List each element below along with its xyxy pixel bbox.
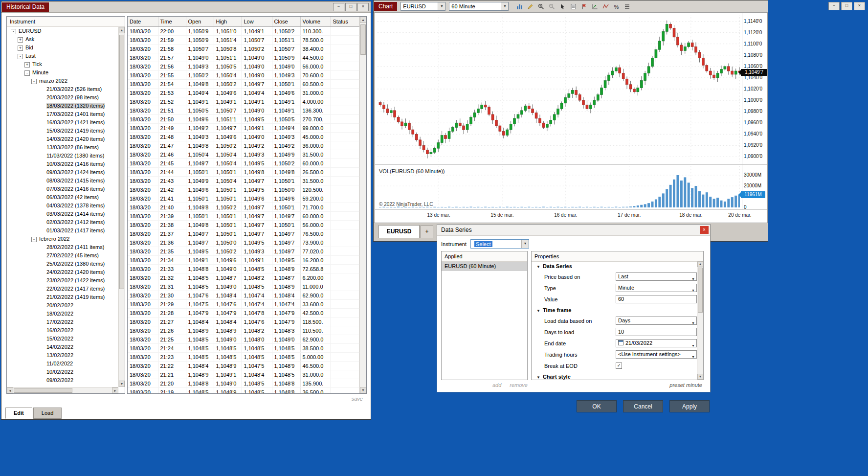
table-row[interactable]: 18/03/2021:311,1048'51,1049'01,1048'51,1… — [128, 282, 359, 291]
table-row[interactable]: 18/03/2021:281,1047'91,1047'91,1047'81,1… — [128, 309, 359, 317]
table-row[interactable]: 18/03/2021:351,1049'51,1050'21,1049'31,1… — [128, 247, 359, 256]
minimize-button[interactable]: − — [828, 2, 840, 10]
tree-item[interactable]: 13/02/2022 — [7, 351, 118, 360]
table-row[interactable]: 18/03/2021:341,1049'11,1049'61,1049'11,1… — [128, 256, 359, 265]
scroll-down-icon[interactable]: ▼ — [697, 374, 703, 380]
chevron-down-icon[interactable]: ▼ — [691, 319, 695, 325]
tree-item[interactable]: 09/02/2022 — [7, 376, 118, 385]
load-data-based-on-selector[interactable]: Days▼ — [616, 317, 697, 325]
close-button[interactable]: × — [357, 3, 369, 11]
preset-link[interactable]: preset minute — [669, 382, 702, 388]
tree-item[interactable]: 18/02/2022 — [7, 310, 118, 318]
tree-item[interactable]: -marzo 2022 — [7, 77, 118, 85]
table-row[interactable]: 18/03/2021:271,1048'41,1048'41,1047'61,1… — [128, 317, 359, 326]
tree-item[interactable]: -Minute — [7, 68, 118, 77]
scroll-down-icon[interactable]: ▼ — [119, 381, 125, 387]
collapse-icon[interactable]: - — [24, 70, 30, 76]
trading-hours-selector[interactable]: <Use instrument settings>▼ — [616, 350, 697, 359]
tree-item[interactable]: -febrero 2022 — [7, 235, 118, 243]
tree-item[interactable]: 27/02/2022 (45 items) — [7, 251, 118, 260]
table-row[interactable]: 18/03/2021:301,1047'61,1048'41,1047'41,1… — [128, 291, 359, 300]
tree-item[interactable]: 15/02/2022 — [7, 335, 118, 343]
tree-item[interactable]: 21/03/2022 (526 items) — [7, 85, 118, 93]
dialog-instrument-selector[interactable]: Select ▼ — [470, 239, 529, 249]
chevron-down-icon[interactable]: ▼ — [521, 240, 529, 248]
tree-item[interactable]: +Bid — [7, 44, 118, 52]
tree-item[interactable]: 09/03/2022 (1424 items) — [7, 168, 118, 177]
instrument-selector[interactable]: EURUSD ▼ — [401, 2, 445, 11]
table-row[interactable]: 18/03/2021:251,1048'51,1049'01,1048'01,1… — [128, 335, 359, 344]
zigzag-icon[interactable] — [601, 2, 610, 11]
tree-item[interactable]: 07/03/2022 (1416 items) — [7, 185, 118, 193]
price-pane[interactable] — [377, 16, 740, 162]
tree-item[interactable]: 11/02/2022 — [7, 360, 118, 368]
tree-item[interactable]: +Ask — [7, 35, 118, 44]
collapse-icon[interactable]: ▼ — [536, 309, 540, 313]
table-row[interactable]: 18/03/2021:231,1048'51,1048'51,1048'51,1… — [128, 353, 359, 362]
tree-item[interactable]: 06/03/2022 (42 items) — [7, 193, 118, 202]
scroll-right-icon[interactable]: ► — [112, 387, 118, 393]
column-header-high[interactable]: High — [214, 17, 242, 27]
chevron-down-icon[interactable]: ▼ — [501, 2, 508, 10]
tree-item[interactable]: -Last — [7, 52, 118, 60]
tree-item[interactable]: 20/02/2022 — [7, 301, 118, 310]
chart-trader-icon[interactable] — [590, 2, 599, 11]
price-axis[interactable]: 1,1140'01,1120'01,1100'01,1080'01,1060'0… — [743, 16, 768, 162]
tree-item[interactable]: 22/02/2022 (1417 items) — [7, 285, 118, 293]
table-row[interactable]: 18/03/2021:511,1050'51,1050'71,1049'01,1… — [128, 106, 359, 115]
table-row[interactable]: 18/03/2021:291,1047'51,1047'61,1047'41,1… — [128, 300, 359, 309]
table-row[interactable]: 18/03/2021:561,1049'31,1050'51,1049'01,1… — [128, 62, 359, 71]
value-field[interactable]: 60 — [616, 295, 697, 303]
tree-item[interactable]: 10/02/2022 — [7, 368, 118, 376]
tree-item[interactable]: +Tick — [7, 60, 118, 68]
collapse-icon[interactable]: ▼ — [536, 375, 540, 380]
table-row[interactable]: 18/03/2021:211,1048'91,1049'11,1048'41,1… — [128, 370, 359, 379]
tree-item[interactable]: 03/03/2022 (1414 items) — [7, 210, 118, 218]
chevron-down-icon[interactable]: ▼ — [691, 353, 695, 359]
collapse-icon[interactable]: - — [18, 54, 23, 59]
tree-item[interactable]: 16/03/2022 (1421 items) — [7, 118, 118, 127]
tree-item[interactable]: 14/02/2022 — [7, 343, 118, 351]
table-row[interactable]: 18/03/2021:401,1049'81,1050'21,1049'71,1… — [128, 203, 359, 212]
column-header-status[interactable]: Status — [331, 17, 359, 27]
table-row[interactable]: 18/03/2021:201,1048'81,1049'01,1048'51,1… — [128, 379, 359, 388]
time-axis[interactable]: 13 de mar.15 de mar.16 de mar.17 de mar.… — [377, 212, 740, 220]
table-row[interactable]: 18/03/2021:531,1049'41,1049'61,1049'41,1… — [128, 89, 359, 97]
table-row[interactable]: 18/03/2021:321,1048'51,1048'71,1048'21,1… — [128, 273, 359, 282]
zoom-in-icon[interactable] — [536, 2, 545, 11]
tree-item[interactable]: 15/03/2022 (1419 items) — [7, 127, 118, 135]
table-row[interactable]: 18/03/2021:391,1050'11,1050'11,1049'71,1… — [128, 212, 359, 221]
minimize-button[interactable]: − — [333, 3, 344, 11]
table-row[interactable]: 18/03/2021:431,1049'91,1050'41,1049'71,1… — [128, 177, 359, 185]
price-based-on-selector[interactable]: Last▼ — [616, 272, 697, 281]
tree-item[interactable]: 17/03/2022 (1401 items) — [7, 110, 118, 118]
add-button[interactable]: add — [492, 382, 501, 388]
type-selector[interactable]: Minute▼ — [616, 284, 697, 292]
tree-horizontal-scrollbar[interactable]: ◄ ► — [7, 387, 118, 393]
property-group-data-series[interactable]: ▼Data Series — [532, 261, 697, 272]
historical-data-titlebar[interactable]: Historical Data −□× — [1, 1, 371, 13]
table-row[interactable]: 18/03/2021:591,1050'91,1051'41,1050'71,1… — [128, 36, 359, 45]
chevron-down-icon[interactable]: ▼ — [691, 275, 695, 281]
table-row[interactable]: 18/03/2021:571,1049'01,1051'11,1049'01,1… — [128, 53, 359, 62]
column-header-open[interactable]: Open — [186, 17, 214, 27]
table-row[interactable]: 18/03/2021:221,1048'41,1048'91,1047'51,1… — [128, 362, 359, 370]
zoom-out-icon[interactable] — [547, 2, 556, 11]
save-link[interactable]: save — [352, 396, 363, 402]
expand-icon[interactable]: + — [18, 37, 23, 43]
table-row[interactable]: 18/03/2021:371,1049'71,1050'11,1049'71,1… — [128, 229, 359, 238]
chevron-down-icon[interactable]: ▼ — [691, 287, 695, 292]
column-header-volume[interactable]: Volume — [300, 17, 331, 27]
table-row[interactable]: 18/03/2021:441,1050'11,1050'11,1049'81,1… — [128, 168, 359, 177]
table-row[interactable]: 18/03/2021:381,1049'81,1050'11,1049'71,1… — [128, 221, 359, 229]
table-row[interactable]: 18/03/2021:491,1049'21,1049'71,1049'11,1… — [128, 124, 359, 133]
table-row[interactable]: 18/03/2021:331,1048'81,1049'01,1048'51,1… — [128, 265, 359, 273]
tree-item[interactable]: 16/02/2022 — [7, 326, 118, 335]
tree-item[interactable]: 01/03/2022 (1417 items) — [7, 227, 118, 235]
draw-icon[interactable] — [526, 2, 534, 11]
days-to-load-field[interactable]: 10 — [616, 328, 697, 336]
percent-icon[interactable]: % — [612, 2, 621, 11]
column-header-low[interactable]: Low — [242, 17, 272, 27]
remove-button[interactable]: remove — [510, 382, 528, 388]
chart-style-icon[interactable] — [515, 2, 524, 11]
